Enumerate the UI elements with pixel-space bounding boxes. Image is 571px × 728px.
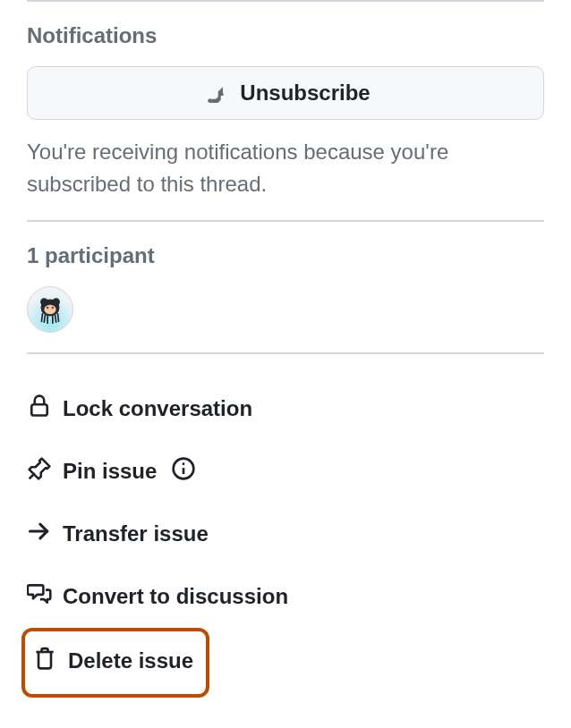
transfer-issue-label: Transfer issue bbox=[63, 521, 209, 546]
lock-conversation-label: Lock conversation bbox=[63, 396, 252, 421]
bell-slash-icon bbox=[200, 78, 226, 108]
notifications-note: You're receiving notifications because y… bbox=[27, 136, 544, 200]
pin-issue-label: Pin issue bbox=[63, 459, 157, 484]
trash-icon bbox=[32, 646, 57, 676]
lock-conversation-action[interactable]: Lock conversation bbox=[27, 379, 544, 442]
delete-issue-label: Delete issue bbox=[68, 648, 193, 673]
svg-point-1 bbox=[40, 298, 48, 306]
delete-issue-highlight: Delete issue bbox=[21, 628, 209, 698]
convert-discussion-label: Convert to discussion bbox=[63, 584, 288, 609]
svg-rect-6 bbox=[31, 404, 47, 415]
info-icon[interactable] bbox=[171, 456, 196, 487]
pin-icon bbox=[27, 456, 52, 487]
svg-line-7 bbox=[30, 473, 35, 478]
pin-issue-action[interactable]: Pin issue bbox=[27, 442, 544, 504]
lock-icon bbox=[27, 394, 52, 424]
svg-point-5 bbox=[52, 307, 55, 309]
arrow-right-icon bbox=[27, 519, 52, 549]
comment-discussion-icon bbox=[27, 581, 52, 612]
notifications-heading: Notifications bbox=[27, 23, 544, 48]
svg-point-3 bbox=[44, 305, 55, 314]
convert-discussion-action[interactable]: Convert to discussion bbox=[27, 567, 544, 630]
svg-point-4 bbox=[47, 307, 49, 309]
participant-avatar[interactable] bbox=[27, 286, 73, 333]
svg-point-2 bbox=[52, 298, 60, 306]
participants-section: 1 participant bbox=[27, 222, 544, 352]
actions-section: Lock conversation Pin issue Transfer iss… bbox=[27, 354, 544, 714]
delete-issue-action[interactable]: Delete issue bbox=[32, 640, 193, 681]
transfer-issue-action[interactable]: Transfer issue bbox=[27, 504, 544, 567]
unsubscribe-button[interactable]: Unsubscribe bbox=[27, 66, 544, 120]
notifications-section: Notifications Unsubscribe You're receivi… bbox=[27, 2, 544, 220]
unsubscribe-label: Unsubscribe bbox=[240, 80, 370, 106]
participants-heading: 1 participant bbox=[27, 243, 544, 268]
svg-point-9 bbox=[183, 462, 185, 465]
